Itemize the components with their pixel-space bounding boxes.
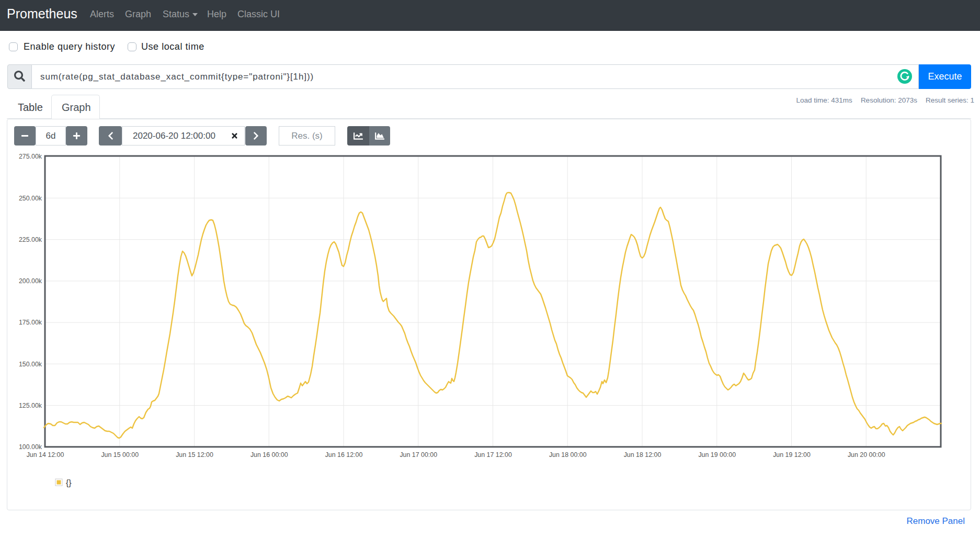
svg-text:125.00k: 125.00k (19, 402, 42, 409)
svg-text:Jun 19 12:00: Jun 19 12:00 (773, 451, 811, 458)
svg-text:Jun 15 12:00: Jun 15 12:00 (176, 451, 213, 458)
svg-text:Jun 20 00:00: Jun 20 00:00 (848, 451, 885, 458)
svg-text:225.00k: 225.00k (19, 236, 42, 243)
svg-text:Jun 18 00:00: Jun 18 00:00 (549, 451, 587, 458)
svg-text:Jun 17 12:00: Jun 17 12:00 (474, 451, 512, 458)
svg-text:Jun 17 00:00: Jun 17 00:00 (400, 451, 437, 458)
svg-text:250.00k: 250.00k (19, 195, 42, 202)
svg-text:Jun 15 00:00: Jun 15 00:00 (101, 451, 139, 458)
svg-text:175.00k: 175.00k (19, 319, 42, 326)
svg-text:{}: {} (66, 478, 72, 487)
svg-text:100.00k: 100.00k (19, 443, 42, 451)
svg-text:Jun 18 12:00: Jun 18 12:00 (624, 451, 662, 458)
svg-text:150.00k: 150.00k (19, 361, 42, 368)
svg-text:Jun 16 00:00: Jun 16 00:00 (250, 451, 288, 458)
svg-text:Jun 16 12:00: Jun 16 12:00 (325, 451, 363, 458)
svg-text:200.00k: 200.00k (19, 277, 42, 285)
svg-text:Jun 14 12:00: Jun 14 12:00 (27, 451, 64, 458)
svg-text:Jun 19 00:00: Jun 19 00:00 (698, 451, 736, 458)
svg-text:275.00k: 275.00k (19, 153, 42, 160)
